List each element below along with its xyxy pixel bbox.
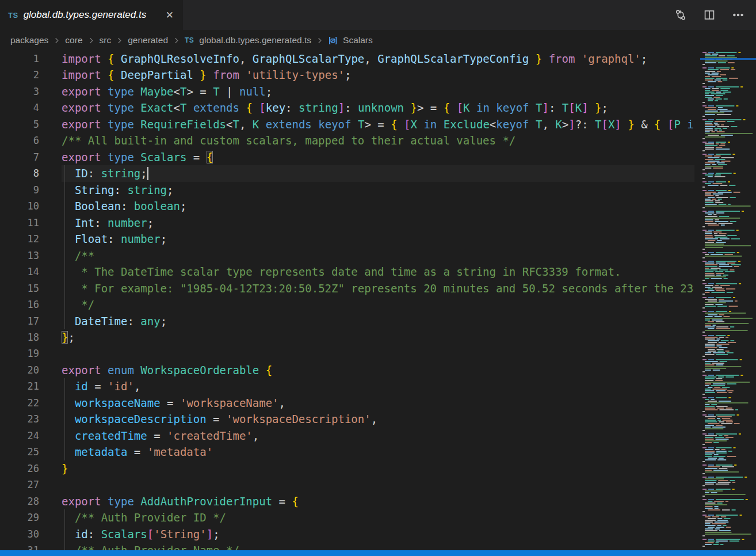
code-line[interactable]: /** Auth Provider Name */	[62, 542, 694, 550]
code-line[interactable]: id: Scalars['String'];	[62, 526, 694, 542]
line-number[interactable]: 11	[0, 215, 39, 231]
chevron-right-icon	[52, 36, 61, 45]
code-line[interactable]: createdTime = 'createdTime',	[62, 428, 694, 444]
line-number[interactable]: 13	[0, 247, 39, 264]
line-number[interactable]: 12	[0, 231, 39, 247]
line-number[interactable]: 3	[0, 83, 39, 100]
line-number[interactable]: 7	[0, 149, 39, 165]
chevron-right-icon	[115, 36, 124, 45]
line-number[interactable]: 20	[0, 362, 39, 378]
code-line[interactable]: DateTime: any;	[62, 313, 694, 329]
code-line[interactable]: * For example: "1985-04-12T23:20:50.52Z"…	[62, 280, 694, 296]
code-line[interactable]: export type AddAuthProviderInput = {	[62, 493, 694, 509]
breadcrumb-item-core[interactable]: core	[65, 35, 82, 45]
line-number[interactable]: 30	[0, 526, 39, 542]
chevron-right-icon	[172, 36, 181, 45]
code-line[interactable]: metadata = 'metadata'	[62, 444, 694, 460]
open-changes-icon[interactable]	[674, 9, 687, 21]
code-line[interactable]	[62, 477, 694, 493]
breadcrumb-item-symbol[interactable]: Scalars	[343, 35, 373, 45]
line-number[interactable]: 25	[0, 444, 39, 460]
status-bar	[0, 550, 756, 556]
line-number[interactable]: 8	[0, 165, 39, 181]
code-line[interactable]: export type Exact<T extends { [key: stri…	[62, 100, 694, 116]
code-line[interactable]	[62, 345, 694, 361]
code-line[interactable]: export type Maybe<T> = T | null;	[62, 83, 694, 100]
code-content[interactable]: import { GraphQLResolveInfo, GraphQLScal…	[62, 51, 694, 550]
line-number[interactable]: 4	[0, 100, 39, 116]
code-line[interactable]: workspaceDescription = 'workspaceDescrip…	[62, 411, 694, 427]
code-line[interactable]: };	[62, 329, 694, 345]
more-actions-icon[interactable]	[732, 9, 744, 21]
symbol-type-icon	[328, 36, 338, 45]
line-number[interactable]: 23	[0, 411, 39, 427]
code-line[interactable]: * The DateTime scalar type represents da…	[62, 264, 694, 280]
line-number[interactable]: 10	[0, 198, 39, 214]
typescript-file-icon: TS	[185, 36, 194, 44]
line-number[interactable]: 24	[0, 428, 39, 444]
code-line[interactable]: Int: number;	[62, 215, 694, 231]
line-number[interactable]: 27	[0, 477, 39, 493]
code-line[interactable]: /**	[62, 247, 694, 264]
code-line[interactable]: }	[62, 460, 694, 477]
code-editor[interactable]: 1234567891011121314151617181920212223242…	[0, 51, 694, 550]
line-number[interactable]: 18	[0, 329, 39, 345]
editor-actions	[674, 0, 756, 30]
code-line[interactable]: workspaceName = 'workspaceName',	[62, 395, 694, 411]
line-number[interactable]: 1	[0, 51, 39, 67]
line-number[interactable]: 26	[0, 460, 39, 477]
chevron-right-icon	[87, 36, 96, 45]
line-number[interactable]: 6	[0, 132, 39, 148]
line-number-gutter[interactable]: 1234567891011121314151617181920212223242…	[0, 51, 39, 550]
code-line[interactable]: export enum WorkspaceOrderable {	[62, 362, 694, 378]
tab-bar: TS global.db.types.generated.ts ✕	[0, 0, 756, 30]
code-line[interactable]: ID: string;	[62, 165, 694, 181]
tab-title: global.db.types.generated.ts	[24, 9, 147, 21]
line-number[interactable]: 17	[0, 313, 39, 329]
line-number[interactable]: 9	[0, 182, 39, 198]
line-number[interactable]: 16	[0, 296, 39, 313]
line-number[interactable]: 21	[0, 378, 39, 394]
split-editor-icon[interactable]	[703, 9, 716, 21]
line-number[interactable]: 2	[0, 67, 39, 83]
line-number[interactable]: 31	[0, 542, 39, 550]
tab-global-db-types-generated[interactable]: TS global.db.types.generated.ts ✕	[0, 0, 183, 30]
code-line[interactable]: import { GraphQLResolveInfo, GraphQLScal…	[62, 51, 694, 67]
minimap[interactable]	[700, 51, 756, 550]
chevron-right-icon	[315, 36, 324, 45]
code-line[interactable]: Float: number;	[62, 231, 694, 247]
code-line[interactable]: */	[62, 296, 694, 313]
line-number[interactable]: 15	[0, 280, 39, 296]
code-line[interactable]: /** All built-in and custom scalars, map…	[62, 132, 694, 148]
code-line[interactable]: export type RequireFields<T, K extends k…	[62, 116, 694, 132]
code-line[interactable]: export type Scalars = {	[62, 149, 694, 165]
typescript-file-icon: TS	[8, 11, 18, 20]
code-line[interactable]: String: string;	[62, 182, 694, 198]
line-number[interactable]: 22	[0, 395, 39, 411]
code-line[interactable]: import { DeepPartial } from 'utility-typ…	[62, 67, 694, 83]
breadcrumb-item-generated[interactable]: generated	[128, 35, 168, 45]
line-number[interactable]: 28	[0, 493, 39, 509]
line-number[interactable]: 5	[0, 116, 39, 132]
breadcrumb-item-file[interactable]: global.db.types.generated.ts	[199, 35, 311, 45]
line-number[interactable]: 29	[0, 509, 39, 525]
breadcrumb-item-src[interactable]: src	[100, 35, 112, 45]
code-line[interactable]: /** Auth Provider ID */	[62, 509, 694, 525]
line-number[interactable]: 14	[0, 264, 39, 280]
code-line[interactable]: id = 'id',	[62, 378, 694, 394]
breadcrumb-item-packages[interactable]: packages	[10, 35, 48, 45]
breadcrumb: packages core src generated TS global.db…	[0, 30, 756, 51]
code-line[interactable]: Boolean: boolean;	[62, 198, 694, 214]
text-cursor	[147, 167, 148, 180]
line-number[interactable]: 19	[0, 345, 39, 361]
tab-close-icon[interactable]: ✕	[163, 9, 176, 21]
